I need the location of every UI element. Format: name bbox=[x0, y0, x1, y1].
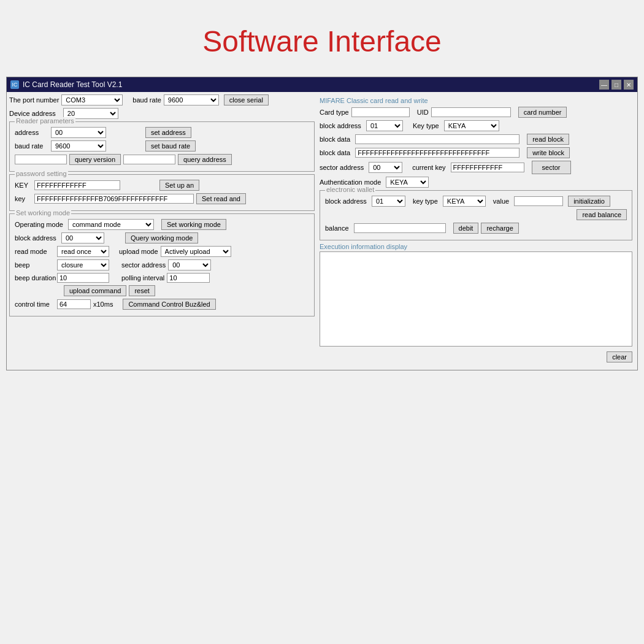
read-block-button[interactable]: read block bbox=[527, 134, 569, 145]
command-control-button[interactable]: Command Control Buz&led bbox=[123, 299, 215, 310]
title-bar: IC IC Card Reader Test Tool V2.1 — □ ✕ bbox=[7, 77, 637, 92]
block-address-label: block address bbox=[15, 234, 56, 242]
block-data1-label: block data bbox=[320, 136, 350, 143]
mifare-title: MIFARE Classic card read and write bbox=[320, 97, 632, 104]
key-type-select[interactable]: KEYA bbox=[444, 120, 499, 131]
wallet-block-label: block address bbox=[325, 197, 367, 205]
block-address-r-label: block address bbox=[320, 122, 361, 129]
wallet-value-input[interactable] bbox=[514, 196, 563, 206]
upload-mode-label: upload mode bbox=[119, 248, 158, 255]
read-balance-button[interactable]: read balance bbox=[577, 209, 627, 220]
clear-button[interactable]: clear bbox=[607, 351, 632, 362]
wallet-key-type-label: key type bbox=[413, 197, 438, 205]
card-type-input[interactable] bbox=[351, 107, 410, 117]
wallet-value-label: value bbox=[493, 197, 509, 205]
baud-rate-select[interactable]: 9600 bbox=[164, 94, 219, 105]
wallet-block-select[interactable]: 01 bbox=[372, 196, 405, 207]
upload-mode-select[interactable]: Actively upload bbox=[161, 246, 231, 257]
app-icon: IC bbox=[10, 80, 19, 89]
minimize-button[interactable]: — bbox=[599, 80, 609, 90]
debit-button[interactable]: debit bbox=[453, 223, 479, 234]
block-data2-input[interactable] bbox=[355, 148, 519, 158]
wallet-key-type-select[interactable]: KEYA bbox=[443, 196, 486, 207]
current-key-label: current key bbox=[412, 164, 445, 171]
beep-label: beep bbox=[15, 261, 55, 269]
sector-button[interactable]: sector bbox=[532, 161, 571, 174]
uid-input[interactable] bbox=[431, 107, 511, 117]
key-label: KEY bbox=[15, 182, 32, 189]
beep-duration-input[interactable] bbox=[57, 273, 109, 283]
current-key-input[interactable] bbox=[451, 163, 524, 172]
sector-address-label: sector address bbox=[121, 261, 166, 269]
query-address-button[interactable]: query address bbox=[178, 154, 232, 165]
working-mode-label: Set working mode bbox=[15, 209, 71, 217]
operating-mode-label: Operating mode bbox=[15, 221, 63, 228]
initialization-button[interactable]: initializatio bbox=[568, 196, 610, 207]
write-block-button[interactable]: write block bbox=[527, 147, 570, 158]
recharge-button[interactable]: recharge bbox=[481, 223, 518, 234]
close-serial-button[interactable]: close serial bbox=[224, 94, 269, 105]
password-group: password setting KEY Set up an key Set r… bbox=[9, 174, 315, 211]
polling-interval-label: polling interval bbox=[121, 274, 164, 282]
window-controls: — □ ✕ bbox=[599, 80, 634, 90]
sector-address-r-select[interactable]: 00 bbox=[369, 162, 402, 173]
execution-textarea[interactable] bbox=[320, 251, 632, 347]
block-data2-label: block data bbox=[320, 149, 350, 156]
key-input[interactable] bbox=[34, 180, 120, 190]
port-label: The port number bbox=[9, 96, 59, 104]
wallet-label: electronic wallet bbox=[325, 186, 375, 193]
reader-params-group: Reader parameters address 00 set address… bbox=[9, 121, 315, 172]
control-time-input[interactable] bbox=[57, 299, 91, 309]
window-title: IC Card Reader Test Tool V2.1 bbox=[23, 80, 122, 89]
query-working-mode-button[interactable]: Query working mode bbox=[125, 232, 199, 243]
address-label: address bbox=[15, 129, 48, 136]
query-version-button[interactable]: query version bbox=[69, 154, 121, 165]
uid-label: UID bbox=[417, 109, 429, 116]
read-mode-select[interactable]: read once bbox=[57, 246, 109, 257]
port-select[interactable]: COM3 bbox=[61, 94, 123, 105]
card-type-label: Card type bbox=[320, 109, 349, 116]
block-address-r-select[interactable]: 01 bbox=[366, 120, 403, 131]
card-number-button[interactable]: card number bbox=[518, 107, 567, 118]
working-mode-group: Set working mode Operating mode command … bbox=[9, 213, 315, 316]
page-title: Software Interface bbox=[0, 0, 644, 77]
balance-input[interactable] bbox=[354, 223, 446, 233]
maximize-button[interactable]: □ bbox=[611, 80, 621, 90]
block-data1-input[interactable] bbox=[355, 134, 519, 144]
sector-address-r-label: sector address bbox=[320, 164, 364, 171]
application-window: IC IC Card Reader Test Tool V2.1 — □ ✕ T… bbox=[6, 77, 638, 370]
version-input[interactable] bbox=[15, 155, 67, 164]
set-read-button[interactable]: Set read and bbox=[196, 193, 246, 204]
set-baud-rate-button[interactable]: set baud rate bbox=[145, 140, 196, 151]
address-query-input[interactable] bbox=[123, 155, 175, 164]
baud-rate-label: baud rate bbox=[132, 96, 161, 104]
key-type-label: Key type bbox=[413, 122, 439, 129]
beep-select[interactable]: closure bbox=[57, 259, 109, 270]
wallet-group: electronic wallet block address 01 key t… bbox=[320, 190, 632, 240]
baud-rate2-select[interactable]: 9600 bbox=[51, 140, 106, 151]
auth-mode-label: Authentication mode bbox=[320, 178, 381, 186]
reader-params-label: Reader parameters bbox=[15, 117, 75, 125]
close-button[interactable]: ✕ bbox=[624, 80, 634, 90]
polling-interval-input[interactable] bbox=[167, 273, 210, 283]
set-address-button[interactable]: set address bbox=[145, 127, 191, 138]
sector-address-select[interactable]: 00 bbox=[168, 259, 211, 270]
upload-command-button[interactable]: upload command bbox=[64, 285, 126, 296]
title-bar-left: IC IC Card Reader Test Tool V2.1 bbox=[10, 80, 122, 89]
baud-rate2-label: baud rate bbox=[15, 142, 48, 150]
auth-mode-select[interactable]: KEYA bbox=[386, 177, 429, 188]
control-time-label: control time bbox=[15, 301, 55, 308]
set-up-button[interactable]: Set up an bbox=[159, 180, 199, 191]
left-panel: The port number COM3 baud rate 9600 clos… bbox=[9, 94, 315, 367]
address-select[interactable]: 00 bbox=[51, 127, 106, 138]
key2-label: key bbox=[15, 195, 32, 202]
set-working-mode-button[interactable]: Set working mode bbox=[161, 219, 226, 230]
execution-title: Execution information display bbox=[320, 243, 632, 250]
operating-mode-select[interactable]: command mode bbox=[68, 219, 154, 230]
beep-duration-label: beep duration bbox=[15, 274, 55, 282]
right-panel: MIFARE Classic card read and write Card … bbox=[317, 94, 635, 367]
key2-input[interactable] bbox=[34, 194, 194, 204]
password-label: password setting bbox=[15, 170, 68, 177]
block-address-select[interactable]: 00 bbox=[61, 232, 104, 243]
reset-button[interactable]: reset bbox=[129, 285, 155, 296]
